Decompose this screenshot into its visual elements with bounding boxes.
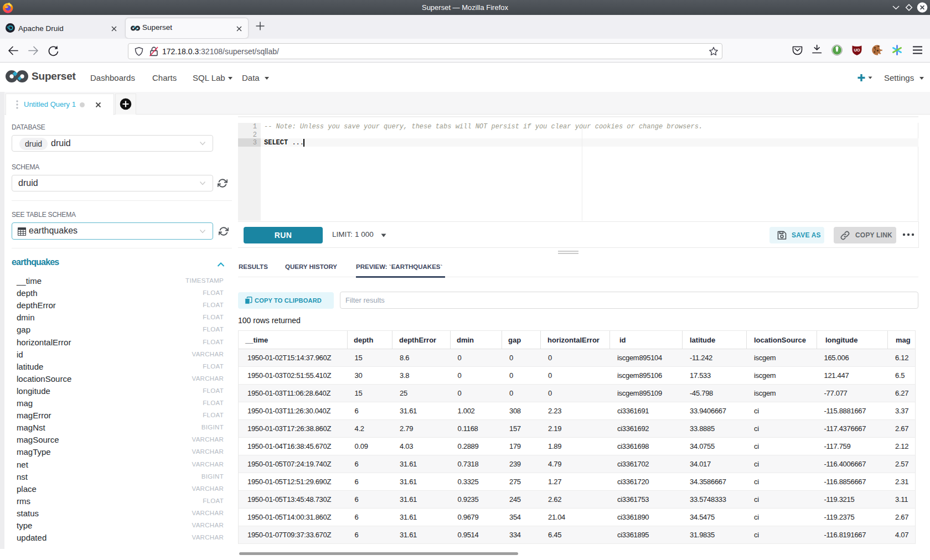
svg-text:UO: UO [854, 48, 860, 53]
